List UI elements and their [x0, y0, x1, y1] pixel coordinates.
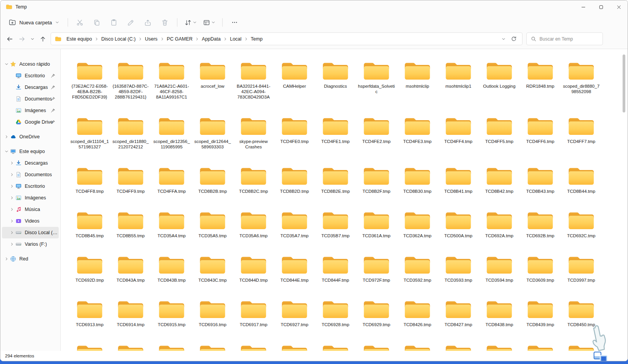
folder-item[interactable]: 71A8A21C-A601-46CF-8258-8A11A99167C1	[151, 56, 192, 111]
folder-item[interactable]: TCD6915.tmp	[151, 294, 192, 339]
folder-item-partial[interactable]	[520, 339, 561, 351]
folder-item[interactable]: TCD4FF8.tmp	[69, 161, 110, 206]
chevron-right-icon[interactable]	[3, 135, 10, 139]
folder-item[interactable]: TCD692B.tmp	[520, 206, 561, 250]
scrollbar-thumb[interactable]	[623, 54, 625, 112]
folder-item-partial[interactable]	[356, 339, 397, 351]
folder-item[interactable]: TCD35A6.tmp	[233, 206, 274, 250]
breadcrumb-item-temp[interactable]: Temp	[248, 36, 265, 42]
chevron-down-icon[interactable]	[3, 150, 10, 153]
chevron-down-icon[interactable]	[3, 62, 10, 66]
folder-item[interactable]: TCD8B55.tmp	[110, 206, 151, 250]
folder-item[interactable]: hsperfdata_Solvetic	[356, 56, 397, 111]
breadcrumb-item-appdata[interactable]: AppData	[199, 36, 223, 42]
up-button[interactable]	[37, 33, 49, 45]
close-button[interactable]	[610, 0, 628, 14]
folder-item[interactable]: TCD4FE3.tmp	[397, 111, 438, 161]
minimize-button[interactable]	[574, 0, 592, 14]
breadcrumb-item-este-equipo[interactable]: Este equipo	[64, 36, 95, 42]
chevron-right-icon[interactable]	[9, 208, 15, 211]
more-options-button[interactable]	[227, 16, 242, 29]
folder-item[interactable]: TCD843A.tmp	[110, 250, 151, 294]
chevron-right-icon[interactable]	[9, 219, 15, 223]
sidebar-item-descargas[interactable]: Descargas	[2, 82, 59, 93]
folder-item[interactable]: msohtmlclip1	[438, 56, 479, 111]
folder-item-partial[interactable]	[315, 339, 356, 351]
maximize-button[interactable]	[592, 0, 610, 14]
folder-item[interactable]: TCD6917.tmp	[233, 294, 274, 339]
folder-item[interactable]: TCD3997.tmp	[561, 250, 602, 294]
folder-item-partial[interactable]	[192, 339, 233, 351]
sidebar-item-escritorio[interactable]: Escritorio	[2, 70, 59, 82]
folder-item[interactable]: CAMHelper	[274, 56, 315, 111]
folder-item[interactable]: {163587AD-887C-4B59-82DF-288B76129431}	[110, 56, 151, 111]
folder-item[interactable]: TCD972F.tmp	[356, 250, 397, 294]
delete-button[interactable]	[157, 16, 173, 29]
sidebar-item-escritorio[interactable]: Escritorio	[2, 180, 59, 192]
folder-item-partial[interactable]	[233, 339, 274, 351]
folder-item[interactable]: TCD692C.tmp	[561, 206, 602, 250]
forward-button[interactable]	[16, 33, 28, 45]
folder-item[interactable]: TCD8B42.tmp	[479, 161, 520, 206]
folder-item-partial[interactable]	[479, 339, 520, 351]
folder-item[interactable]: Outlook Logging	[479, 56, 520, 111]
chevron-right-icon[interactable]	[9, 161, 15, 165]
folder-item[interactable]: skype-preview Crashes	[233, 111, 274, 161]
folder-item[interactable]: TCD35B7.tmp	[315, 206, 356, 250]
folder-item[interactable]: TCD843C.tmp	[192, 250, 233, 294]
view-button[interactable]	[200, 16, 218, 29]
folder-item[interactable]: TCD844E.tmp	[274, 250, 315, 294]
folder-item[interactable]: TCD4FF5.tmp	[479, 111, 520, 161]
folder-item[interactable]: TCD500A.tmp	[438, 206, 479, 250]
folder-item[interactable]: TCD6927.tmp	[274, 294, 315, 339]
folder-item[interactable]: TCD6928.tmp	[315, 294, 356, 339]
chevron-right-icon[interactable]	[9, 173, 15, 177]
folder-item[interactable]: TCD843B.tmp	[151, 250, 192, 294]
sidebar-item-onedrive[interactable]: OneDrive	[2, 131, 59, 143]
folder-item[interactable]: TCD692D.tmp	[69, 250, 110, 294]
folder-item-partial[interactable]	[397, 339, 438, 351]
folder-item[interactable]: TCD692A.tmp	[479, 206, 520, 250]
share-button[interactable]	[140, 16, 156, 29]
folder-item[interactable]: TCD844F.tmp	[315, 250, 356, 294]
sidebar-item-red[interactable]: Red	[2, 253, 59, 265]
folder-item-partial[interactable]	[151, 339, 192, 351]
folder-item[interactable]: TCD8B2F.tmp	[356, 161, 397, 206]
folder-item[interactable]: TCD4FE2.tmp	[356, 111, 397, 161]
folder-item[interactable]: TCD6929.tmp	[356, 294, 397, 339]
sidebar-item-documentos[interactable]: Documentos	[2, 93, 59, 105]
folder-item-partial[interactable]	[69, 339, 110, 351]
folder-item[interactable]: TCD4FF9.tmp	[110, 161, 151, 206]
sidebar-item-m-sica[interactable]: Música	[2, 204, 59, 215]
folder-item[interactable]: scoped_dir11880_2120724212	[110, 111, 151, 161]
breadcrumb-item-local[interactable]: Local	[227, 36, 244, 42]
folder-item[interactable]: TCD3592.tmp	[397, 250, 438, 294]
new-folder-button[interactable]: Nueva carpeta	[4, 16, 63, 29]
folder-item[interactable]: scoped_dir12644_589693303	[192, 111, 233, 161]
folder-item[interactable]: TCD3594.tmp	[479, 250, 520, 294]
breadcrumb[interactable]: Este equipoDisco Local (C:)UsersPC GAMER…	[51, 32, 522, 45]
folder-item[interactable]: TCD35A4.tmp	[151, 206, 192, 250]
folder-item[interactable]: BA320214-8441-42EC-A094-783C8D429D3A	[233, 56, 274, 111]
folder-item[interactable]: TCD361A.tmp	[356, 206, 397, 250]
search-box[interactable]	[526, 32, 603, 45]
folder-item[interactable]: TCD35A7.tmp	[274, 206, 315, 250]
cut-button[interactable]	[72, 16, 88, 29]
folder-item[interactable]: acrocef_low	[192, 56, 233, 111]
folder-item-partial[interactable]	[110, 339, 151, 351]
folder-item[interactable]: TCD8438.tmp	[479, 294, 520, 339]
sidebar-item-videos[interactable]: Videos	[2, 215, 59, 227]
folder-item[interactable]: TCD4FF6.tmp	[520, 111, 561, 161]
breadcrumb-item-users[interactable]: Users	[142, 36, 160, 42]
chevron-right-icon[interactable]	[3, 257, 10, 261]
sort-button[interactable]	[182, 16, 199, 29]
folder-item[interactable]: TCD8427.tmp	[438, 294, 479, 339]
copy-button[interactable]	[89, 16, 105, 29]
folder-item[interactable]: TCD8439.tmp	[520, 294, 561, 339]
vertical-scrollbar[interactable]	[622, 51, 626, 349]
folder-item[interactable]: TCD6916.tmp	[192, 294, 233, 339]
folder-item[interactable]: TCD362A.tmp	[397, 206, 438, 250]
folder-item[interactable]: msohtmlclip	[397, 56, 438, 111]
folder-item[interactable]: TCD4FF7.tmp	[561, 111, 602, 161]
folder-item[interactable]: TCD4FF4.tmp	[438, 111, 479, 161]
